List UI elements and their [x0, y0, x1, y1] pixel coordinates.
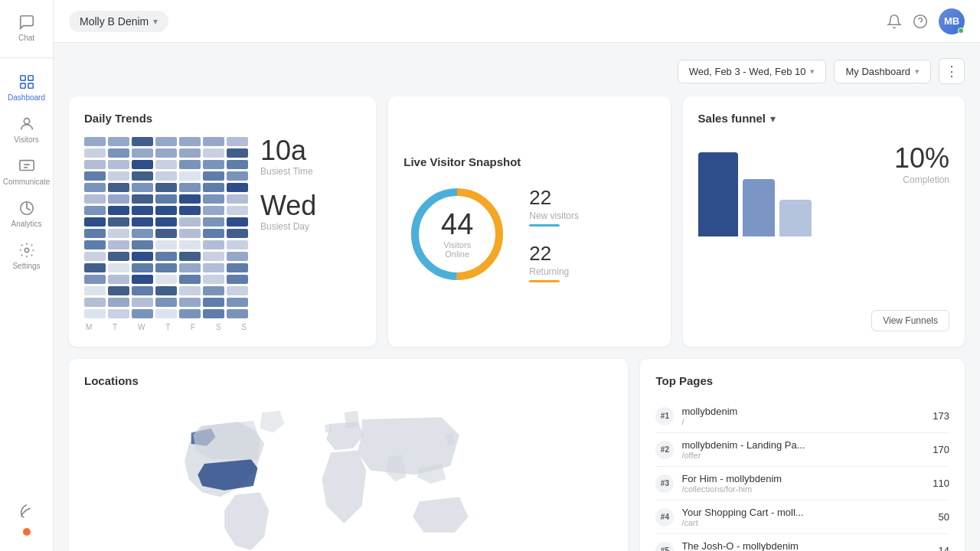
top-page-item: #4 Your Shopping Cart - moll... /cart 50 [655, 500, 949, 534]
top-page-item: #1 mollybdenim / 173 [655, 399, 949, 433]
heatmap-cell [179, 275, 201, 284]
date-range-filter[interactable]: Wed, Feb 3 - Wed, Feb 10 ▾ [678, 60, 827, 83]
more-options-button[interactable]: ⋮ [939, 58, 965, 84]
heatmap-cell [132, 286, 153, 295]
main: Molly B Denim ▾ MB [54, 0, 980, 551]
topbar-left: Molly B Denim ▾ [69, 11, 168, 32]
rank-badge: #2 [655, 441, 674, 459]
heatmap-cell [179, 137, 201, 146]
heatmap-cell [132, 217, 153, 227]
heatmap-cell [84, 171, 106, 181]
heatmap-cell [132, 206, 153, 215]
returning-label: Returning [529, 266, 579, 277]
view-funnels-button[interactable]: View Funnels [871, 310, 949, 331]
heatmap-cell [179, 160, 201, 169]
day-t2: T [165, 323, 170, 331]
heatmap-cell [108, 160, 129, 169]
returning-stat: 22 Returning [529, 242, 579, 282]
day-t1: T [113, 323, 117, 331]
heatmap-cell [132, 160, 153, 169]
heatmap-cell [203, 206, 224, 215]
page-count: 50 [939, 511, 949, 523]
svg-rect-3 [28, 83, 32, 88]
content: Wed, Feb 3 - Wed, Feb 10 ▾ My Dashboard … [54, 43, 980, 551]
visitor-stats: 22 New visitors 22 Returning [529, 186, 579, 282]
sales-funnel-dropdown[interactable]: ▾ [770, 112, 776, 125]
returning-line [529, 280, 560, 282]
user-avatar[interactable]: MB [939, 8, 965, 34]
top-page-item: #3 For Him - mollybdenim /collections/fo… [655, 467, 949, 500]
daily-trends-title: Daily Trends [84, 112, 337, 125]
heatmap-cell [84, 183, 106, 192]
heatmap-cell [132, 275, 153, 284]
sidebar-item-settings[interactable]: Settings [5, 236, 48, 276]
heatmap-cell [155, 252, 177, 261]
svg-point-4 [24, 119, 29, 124]
sidebar-item-dashboard-label: Dashboard [8, 93, 45, 102]
heatmap-cell [108, 183, 129, 192]
heatmap-cell [203, 286, 224, 295]
heatmap-cell [132, 309, 153, 318]
top-page-item: #5 The Josh-O - mollybdenim /collections… [655, 534, 949, 551]
sidebar-bottom [11, 493, 42, 543]
store-selector[interactable]: Molly B Denim ▾ [69, 11, 168, 32]
sales-funnel-card: Sales funnel ▾ 10% Completion View Funne… [683, 96, 965, 347]
donut-center: 44 Visitors Online [430, 210, 484, 259]
sales-funnel-title: Sales funnel [698, 112, 766, 125]
sidebar-item-analytics[interactable]: Analytics [5, 194, 48, 234]
filters-row: Wed, Feb 3 - Wed, Feb 10 ▾ My Dashboard … [69, 58, 965, 84]
sidebar-item-dashboard[interactable]: Dashboard [5, 67, 48, 108]
heatmap-cell [84, 240, 106, 249]
heatmap-cell [132, 298, 153, 307]
heatmap-cell [108, 263, 129, 272]
heatmap-cell [155, 298, 177, 307]
day-s1: S [216, 323, 221, 331]
heatmap-cell [84, 206, 106, 215]
heatmap-cell [179, 194, 201, 204]
page-url: /collections/for-him [681, 484, 925, 494]
svg-rect-5 [19, 161, 33, 171]
bottom-row: Locations [69, 359, 965, 551]
heatmap-cell [132, 229, 153, 238]
heatmap-cell [203, 252, 224, 261]
day-f: F [191, 323, 195, 331]
rank-badge: #1 [655, 407, 674, 425]
busiest-time-label: Busiest Time [260, 166, 337, 177]
svg-point-7 [24, 248, 29, 253]
heatmap-cell [132, 171, 153, 181]
sidebar-item-visitors[interactable]: Visitors [5, 109, 48, 150]
sidebar-item-visitors-label: Visitors [14, 135, 39, 144]
heatmap-cell [179, 309, 201, 318]
sidebar-item-settings-label: Settings [12, 262, 40, 270]
heatmap-cell [155, 171, 177, 181]
heatmap-cell [227, 263, 248, 272]
heatmap-cell [84, 148, 106, 158]
notification-button[interactable] [887, 14, 902, 29]
rank-badge: #3 [655, 474, 674, 493]
sidebar-item-communicate[interactable]: Communicate [5, 152, 48, 192]
day-w: W [138, 323, 145, 331]
busiest-day-label: Busiest Day [260, 221, 337, 232]
dashboard-filter[interactable]: My Dashboard ▾ [834, 60, 931, 83]
heatmap-cell [132, 194, 153, 204]
new-visitors-stat: 22 New visitors [529, 186, 579, 227]
heatmap-cell [155, 148, 177, 158]
heatmap-cell [203, 171, 224, 181]
heatmap-cell [155, 229, 177, 238]
heatmap-cell [227, 160, 248, 169]
heatmap-cell [84, 229, 106, 238]
heatmap-cell [227, 217, 248, 227]
svg-rect-0 [20, 76, 24, 80]
sidebar-item-chat[interactable]: Chat [0, 8, 53, 48]
leaf-icon[interactable] [16, 500, 38, 522]
heatmap-cell [179, 286, 201, 295]
rank-badge: #5 [655, 542, 674, 552]
page-info: mollybdenim / [681, 406, 925, 426]
heatmap-cell [155, 183, 177, 192]
sidebar-item-chat-label: Chat [18, 34, 34, 42]
heatmap-cell [155, 137, 177, 146]
page-url: /cart [681, 518, 930, 527]
heatmap-cell [132, 183, 153, 192]
heatmap: M T W T F S S [84, 137, 248, 331]
help-button[interactable] [913, 14, 928, 29]
